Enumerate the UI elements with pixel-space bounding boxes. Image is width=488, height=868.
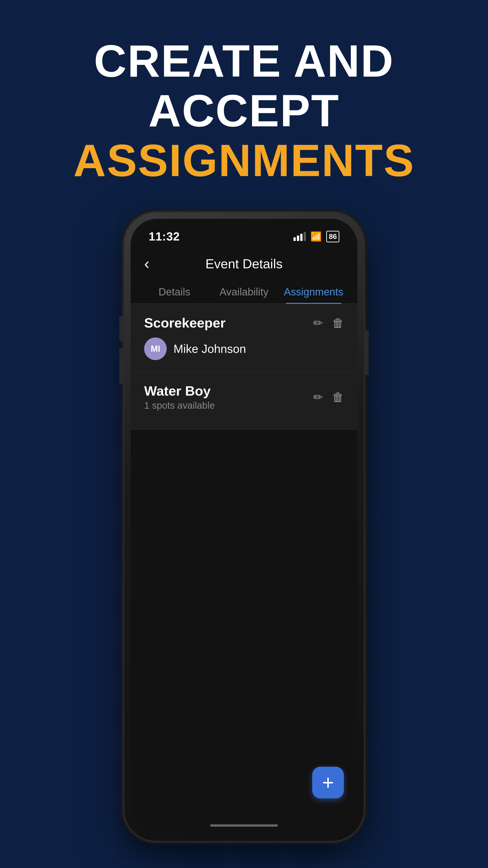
tab-details[interactable]: Details xyxy=(140,279,209,303)
assignment-card-waterboy: Water Boy 1 spots available ✏ 🗑 xyxy=(131,372,357,430)
phone-mockup: 11:32 📶 86 ‹ Event Details D xyxy=(124,213,364,841)
assignment-header-scorekeeper: Scorekeeper ✏ 🗑 xyxy=(144,315,344,331)
tab-assignments[interactable]: Assignments xyxy=(279,279,348,303)
page-header: CREATE AND ACCEPT ASSIGNMENTS xyxy=(0,36,488,185)
assignment-actions-scorekeeper: ✏ 🗑 xyxy=(313,316,344,330)
signal-icon xyxy=(293,232,306,241)
power-button xyxy=(365,330,369,375)
fab-plus-icon: + xyxy=(322,772,334,793)
delete-scorekeeper-button[interactable]: 🗑 xyxy=(332,316,344,330)
volume-down-button xyxy=(119,348,123,384)
assignment-title-waterboy: Water Boy xyxy=(144,383,211,399)
home-bar xyxy=(210,825,278,827)
assignment-title-scorekeeper: Scorekeeper xyxy=(144,315,225,331)
status-time: 11:32 xyxy=(149,230,180,243)
header-line2: ASSIGNMENTS xyxy=(0,135,488,185)
volume-up-button xyxy=(119,316,123,341)
edit-scorekeeper-button[interactable]: ✏ xyxy=(313,316,323,330)
avatar-mike-johnson: MI xyxy=(144,338,167,360)
phone-screen: 11:32 📶 86 ‹ Event Details D xyxy=(131,219,357,835)
status-icons: 📶 86 xyxy=(293,231,339,242)
app-header: ‹ Event Details xyxy=(131,248,357,279)
spots-available-waterboy: 1 spots available xyxy=(144,400,215,411)
wifi-icon: 📶 xyxy=(311,231,322,242)
assignment-card-scorekeeper: Scorekeeper ✏ 🗑 MI Mike Johnson xyxy=(131,304,357,372)
assignment-header-waterboy: Water Boy 1 spots available ✏ 🗑 xyxy=(144,383,344,411)
battery-percent: 86 xyxy=(326,231,339,242)
assignee-row-scorekeeper: MI Mike Johnson xyxy=(144,338,344,360)
header-line1: CREATE AND ACCEPT xyxy=(0,36,488,135)
assignment-actions-waterboy: ✏ 🗑 xyxy=(313,391,344,404)
app-title: Event Details xyxy=(205,256,283,271)
status-bar: 11:32 📶 86 xyxy=(131,219,357,248)
edit-waterboy-button[interactable]: ✏ xyxy=(313,391,323,404)
tab-availability[interactable]: Availability xyxy=(209,279,279,303)
delete-waterboy-button[interactable]: 🗑 xyxy=(332,391,344,404)
tabs-container: Details Availability Assignments xyxy=(131,279,357,304)
home-indicator xyxy=(131,816,357,835)
add-assignment-fab[interactable]: + xyxy=(312,767,344,798)
back-button[interactable]: ‹ xyxy=(144,254,149,273)
battery-icon: 86 xyxy=(326,231,339,242)
assignee-name-mike-johnson: Mike Johnson xyxy=(173,342,246,355)
content-area: Scorekeeper ✏ 🗑 MI Mike Johnson Water Bo… xyxy=(131,304,357,816)
